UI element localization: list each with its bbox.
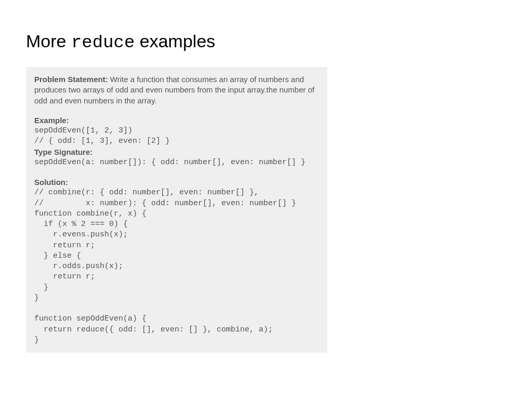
title-code: reduce xyxy=(71,33,135,52)
typesig-section: Type Signature: sepOddEven(a: number[]):… xyxy=(34,147,319,168)
solution-code: // combine(r: { odd: number[], even: num… xyxy=(34,188,319,345)
solution-label: Solution: xyxy=(34,177,319,188)
example-line-2: // { odd: [1, 3], even: [2] } xyxy=(34,136,319,147)
content-box: Problem Statement: Write a function that… xyxy=(26,67,327,353)
typesig-label: Type Signature: xyxy=(34,147,319,157)
typesig-line: sepOddEven(a: number[]): { odd: number[]… xyxy=(34,157,319,168)
title-post: examples xyxy=(135,31,215,51)
solution-section: Solution: // combine(r: { odd: number[],… xyxy=(34,177,319,345)
problem-statement: Problem Statement: Write a function that… xyxy=(34,74,319,106)
problem-label: Problem Statement: xyxy=(34,75,108,84)
slide-title: More reduce examples xyxy=(26,31,506,52)
title-pre: More xyxy=(26,31,71,51)
example-label: Example: xyxy=(34,115,319,126)
example-line-1: sepOddEven([1, 2, 3]) xyxy=(34,126,319,136)
example-section: Example: sepOddEven([1, 2, 3]) // { odd:… xyxy=(34,115,319,147)
